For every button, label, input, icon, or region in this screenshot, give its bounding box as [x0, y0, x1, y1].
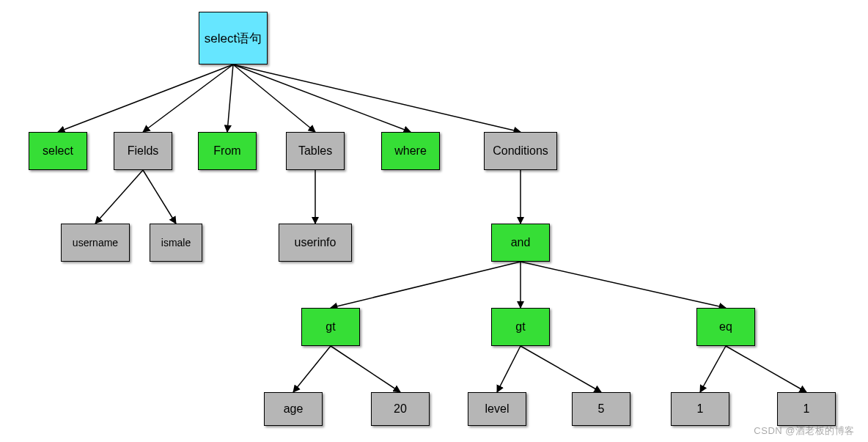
- node-root: select语句: [199, 12, 268, 65]
- node-level: level: [468, 392, 526, 426]
- node-1-b: 1: [777, 392, 836, 426]
- node-eq: eq: [696, 308, 755, 346]
- watermark-text: CSDN @酒老板的博客: [754, 424, 855, 438]
- svg-line-13: [293, 346, 331, 392]
- node-from: From: [198, 132, 257, 170]
- node-gt-1: gt: [301, 308, 360, 346]
- node-1-a: 1: [671, 392, 729, 426]
- node-username: username: [61, 224, 130, 262]
- svg-line-5: [233, 65, 521, 132]
- svg-line-7: [143, 170, 176, 224]
- svg-line-17: [700, 346, 726, 392]
- node-tables: Tables: [286, 132, 345, 170]
- node-gt-2: gt: [491, 308, 550, 346]
- svg-line-0: [58, 65, 233, 132]
- node-conditions: Conditions: [484, 132, 557, 170]
- edge-layer: [0, 0, 868, 442]
- svg-line-1: [143, 65, 233, 132]
- node-20: 20: [371, 392, 430, 426]
- svg-line-3: [233, 65, 315, 132]
- node-5: 5: [572, 392, 630, 426]
- node-age: age: [264, 392, 323, 426]
- svg-line-18: [726, 346, 806, 392]
- svg-line-15: [497, 346, 521, 392]
- node-fields: Fields: [114, 132, 172, 170]
- svg-line-2: [227, 65, 233, 132]
- svg-line-16: [521, 346, 601, 392]
- svg-line-14: [331, 346, 400, 392]
- svg-line-6: [95, 170, 143, 224]
- svg-line-10: [331, 262, 521, 308]
- node-userinfo: userinfo: [279, 224, 352, 262]
- node-select: select: [29, 132, 87, 170]
- node-where: where: [381, 132, 440, 170]
- node-and: and: [491, 224, 550, 262]
- svg-line-4: [233, 65, 411, 132]
- node-ismale: ismale: [150, 224, 202, 262]
- svg-line-12: [521, 262, 726, 308]
